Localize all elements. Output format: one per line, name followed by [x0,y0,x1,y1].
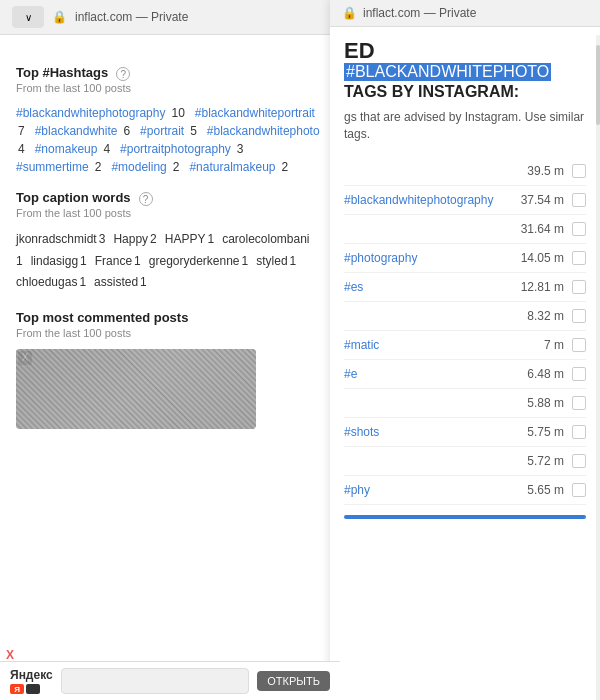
hashtag-item[interactable]: #blackandwhiteportrait [195,106,315,120]
tag-row: #e 6.48 m [344,360,586,389]
tag-checkbox[interactable] [572,396,586,410]
tag-count: 14.05 m [521,251,564,265]
caption-count: 3 [99,229,106,251]
scrollbar-track[interactable] [596,35,600,700]
caption-count: 2 [150,229,157,251]
tag-name[interactable]: #es [344,280,521,294]
tag-count: 5.75 m [527,425,564,439]
left-url-text: inflact.com — Private [75,10,188,24]
hashtag-count: 5 [190,124,197,138]
tag-row: #photography 14.05 m [344,244,586,273]
chevron-down-icon: ∨ [25,12,32,23]
tag-count: 5.88 m [527,396,564,410]
tag-row: #shots 5.75 m [344,418,586,447]
hashtags-subtitle: From the last 100 posts [16,82,324,94]
tag-checkbox[interactable] [572,222,586,236]
comments-subtitle: From the last 100 posts [16,327,324,339]
lock-icon: 🔒 [52,10,67,24]
right-url-text: inflact.com — Private [363,6,476,20]
hashtag-item[interactable]: #nomakeup [35,142,98,156]
hashtags-section: Top #Hashtags ? From the last 100 posts [16,65,324,94]
hashtag-item[interactable]: #blackandwhitephoto [207,124,320,138]
caption-count: 1 [207,229,214,251]
yandex-name: Яндекс [10,668,53,682]
right-title-line1: ED [344,39,586,63]
tag-checkbox[interactable] [572,454,586,468]
caption-count: 1 [134,251,141,273]
tag-count: 5.72 m [527,454,564,468]
hashtag-item[interactable]: #modeling [111,160,166,174]
hashtags-title: Top #Hashtags [16,65,108,80]
tag-count: 12.81 m [521,280,564,294]
caption-help-icon[interactable]: ? [139,192,153,206]
hashtag-item[interactable]: #blackandwhitephotography [16,106,165,120]
chevron-button[interactable]: ∨ [12,6,44,28]
tag-checkbox[interactable] [572,367,586,381]
left-panel-content: Top #Hashtags ? From the last 100 posts … [0,35,340,700]
right-browser-bar: 🔒 inflact.com — Private [330,0,600,27]
hashtag-item[interactable]: #portraitphotography [120,142,231,156]
tag-name[interactable]: #phy [344,483,527,497]
hashtag-item[interactable]: #portrait [140,124,184,138]
post-thumbnail[interactable]: X [16,349,256,429]
yandex-0-icon [26,684,40,694]
tag-checkbox[interactable] [572,193,586,207]
tag-count: 31.64 m [521,222,564,236]
tag-name[interactable]: #matic [344,338,544,352]
yandex-icons: Я [10,684,40,694]
right-title-highlight: #BLACKANDWHITEPHOTO [344,63,551,81]
caption-count: 1 [80,251,87,273]
tag-row: 39.5 m [344,157,586,186]
tag-row: 8.32 m [344,302,586,331]
tag-checkbox[interactable] [572,251,586,265]
scrollbar-thumb[interactable] [596,45,600,125]
tag-checkbox[interactable] [572,425,586,439]
hashtag-item[interactable]: #blackandwhite [35,124,118,138]
tag-count: 7 m [544,338,564,352]
tag-name[interactable]: #blackandwhitephotography [344,193,521,207]
tag-row: #es 12.81 m [344,273,586,302]
caption-count: 1 [290,251,297,273]
yandex-search-input[interactable] [61,668,250,694]
comments-title: Top most commented posts [16,310,188,325]
tag-row: 31.64 m [344,215,586,244]
right-panel: 🔒 inflact.com — Private ED #BLACKANDWHIT… [330,0,600,700]
left-browser-bar: ∨ 🔒 inflact.com — Private [0,0,340,35]
caption-count: 1 [140,272,147,294]
tag-count: 37.54 m [521,193,564,207]
tag-row: #phy 5.65 m [344,476,586,505]
hashtag-count: 6 [123,124,130,138]
open-button[interactable]: ОТКРЫТЬ [257,671,330,691]
tag-checkbox[interactable] [572,164,586,178]
tag-count: 39.5 m [527,164,564,178]
caption-word: carolecolombani [222,229,309,251]
tag-name[interactable]: #e [344,367,527,381]
tag-checkbox[interactable] [572,309,586,323]
ad-banner: Яндекс Я ОТКРЫТЬ [0,661,340,700]
right-description: gs that are advised by Instagram. Use si… [344,109,586,143]
tag-checkbox[interactable] [572,483,586,497]
hashtag-count: 2 [95,160,102,174]
yandex-logo: Яндекс Я [10,668,53,694]
caption-word: chloedugas [16,272,77,294]
caption-count: 1 [242,251,249,273]
progress-bar [344,515,586,519]
caption-subtitle: From the last 100 posts [16,207,324,219]
hashtag-count: 3 [237,142,244,156]
hashtag-count: 4 [18,142,25,156]
tag-count: 8.32 m [527,309,564,323]
hashtags-help-icon[interactable]: ? [116,67,130,81]
caption-word: jkonradschmidt [16,229,97,251]
tag-checkbox[interactable] [572,280,586,294]
tags-list: 39.5 m #blackandwhitephotography 37.54 m… [344,157,586,505]
tag-checkbox[interactable] [572,338,586,352]
close-ad-x-button[interactable]: X [6,648,14,662]
caption-word: Happy [113,229,148,251]
hashtag-item[interactable]: #summertime [16,160,89,174]
hashtag-item[interactable]: #naturalmakeup [189,160,275,174]
left-panel: ∨ 🔒 inflact.com — Private Top #Hashtags … [0,0,340,700]
comments-section: Top most commented posts From the last 1… [16,310,324,429]
tag-name[interactable]: #photography [344,251,521,265]
tag-name[interactable]: #shots [344,425,527,439]
caption-title: Top caption words [16,190,131,205]
